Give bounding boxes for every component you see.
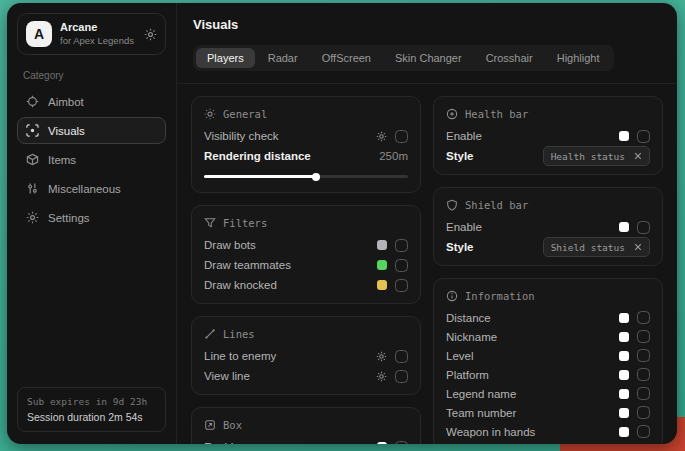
sidebar: A Arcane for Apex Legends Category <box>7 3 177 444</box>
funnel-icon <box>204 217 216 229</box>
right-column: Health bar Enable Style H <box>433 96 663 444</box>
subscription-status-card: Sub expires in 9d 23h Session duration 2… <box>17 387 166 432</box>
left-column: General Visibility check <box>191 96 421 444</box>
scan-eye-icon <box>26 124 39 137</box>
shield-enable-checkbox[interactable] <box>637 221 650 234</box>
color-swatch[interactable] <box>619 389 629 399</box>
tab-highlight[interactable]: Highlight <box>546 48 611 68</box>
color-swatch[interactable] <box>377 280 387 290</box>
tab-skin-changer[interactable]: Skin Changer <box>384 48 473 68</box>
tab-offscreen[interactable]: OffScreen <box>311 48 382 68</box>
level-checkbox[interactable] <box>637 349 650 362</box>
gear-icon[interactable] <box>376 351 387 362</box>
gear-icon[interactable] <box>376 371 387 382</box>
gear-icon[interactable] <box>376 131 387 142</box>
tab-crosshair[interactable]: Crosshair <box>475 48 544 68</box>
slider-thumb[interactable] <box>312 173 320 181</box>
sidebar-item-label: Settings <box>48 212 90 224</box>
sliders-icon <box>26 182 39 195</box>
color-swatch[interactable] <box>619 332 629 342</box>
color-swatch[interactable] <box>619 427 629 437</box>
panel-title: General <box>223 108 267 120</box>
sidebar-item-items[interactable]: Items <box>17 146 166 173</box>
setting-row-rendering-distance: Rendering distance 250m <box>204 146 408 166</box>
setting-row-weapon-in-hands: Weapon in hands <box>446 422 650 441</box>
sidebar-item-settings[interactable]: Settings <box>17 204 166 231</box>
view-line-checkbox[interactable] <box>395 370 408 383</box>
platform-checkbox[interactable] <box>637 368 650 381</box>
box-select-icon <box>204 419 216 431</box>
tab-players[interactable]: Players <box>196 48 255 68</box>
gear-icon <box>26 211 39 224</box>
box-enable-checkbox[interactable] <box>395 441 408 445</box>
legend-name-checkbox[interactable] <box>637 387 650 400</box>
setting-row-team-number: Team number <box>446 403 650 422</box>
color-swatch[interactable] <box>619 313 629 323</box>
draw-knocked-checkbox[interactable] <box>395 279 408 292</box>
sidebar-item-label: Items <box>48 154 76 166</box>
setting-row-draw-teammates: Draw teammates <box>204 255 408 275</box>
sidebar-item-miscellaneous[interactable]: Miscellaneous <box>17 175 166 202</box>
circle-plus-icon <box>446 108 458 120</box>
panel-filters: Filters Draw bots Draw teammates <box>191 205 421 304</box>
package-icon <box>26 153 39 166</box>
line-to-enemy-checkbox[interactable] <box>395 350 408 363</box>
tab-bar: Players Radar OffScreen Skin Changer Cro… <box>193 45 614 71</box>
app-title: Arcane <box>60 21 134 35</box>
team-number-checkbox[interactable] <box>637 406 650 419</box>
sidebar-item-aimbot[interactable]: Aimbot <box>17 88 166 115</box>
line-icon <box>204 328 216 340</box>
setting-row-level: Level <box>446 346 650 365</box>
panel-lines: Lines Line to enemy <box>191 316 421 395</box>
color-swatch[interactable] <box>377 260 387 270</box>
setting-row-distance: Distance <box>446 308 650 327</box>
color-swatch[interactable] <box>619 351 629 361</box>
gear-icon[interactable] <box>144 28 157 41</box>
logo-card: A Arcane for Apex Legends <box>17 13 166 55</box>
weapon-in-hands-checkbox[interactable] <box>637 425 650 438</box>
color-swatch[interactable] <box>619 222 629 232</box>
color-swatch[interactable] <box>377 442 387 444</box>
visibility-check-checkbox[interactable] <box>395 130 408 143</box>
panel-shield-bar: Shield bar Enable Style S <box>433 187 663 266</box>
setting-row-view-line: View line <box>204 366 408 386</box>
health-style-select[interactable]: Health status <box>543 146 650 166</box>
sidebar-item-visuals[interactable]: Visuals <box>17 117 166 144</box>
panel-health-bar: Health bar Enable Style H <box>433 96 663 175</box>
draw-teammates-checkbox[interactable] <box>395 259 408 272</box>
app-logo: A <box>26 21 52 47</box>
desktop-background: A Arcane for Apex Legends Category <box>0 0 685 451</box>
setting-row-shield-enable: Enable <box>446 217 650 237</box>
setting-row-health-enable: Enable <box>446 126 650 146</box>
panel-title: Box <box>223 419 242 431</box>
setting-row-visibility-check: Visibility check <box>204 126 408 146</box>
content-area: General Visibility check <box>177 84 677 444</box>
nickname-checkbox[interactable] <box>637 330 650 343</box>
color-swatch[interactable] <box>619 370 629 380</box>
main-area: Visuals Players Radar OffScreen Skin Cha… <box>177 3 677 444</box>
color-swatch[interactable] <box>619 131 629 141</box>
close-icon[interactable] <box>634 152 642 160</box>
color-swatch[interactable] <box>377 240 387 250</box>
setting-row-platform: Platform <box>446 365 650 384</box>
distance-checkbox[interactable] <box>637 311 650 324</box>
close-icon[interactable] <box>634 243 642 251</box>
app-window: A Arcane for Apex Legends Category <box>7 3 677 444</box>
setting-row-draw-knocked: Draw knocked <box>204 275 408 295</box>
tab-radar[interactable]: Radar <box>257 48 309 68</box>
draw-bots-checkbox[interactable] <box>395 239 408 252</box>
color-swatch[interactable] <box>619 408 629 418</box>
main-header: Visuals Players Radar OffScreen Skin Cha… <box>177 3 677 84</box>
setting-row-legend-name: Legend name <box>446 384 650 403</box>
setting-row-nickname: Nickname <box>446 327 650 346</box>
shield-style-select[interactable]: Shield status <box>543 237 650 257</box>
rendering-distance-slider[interactable] <box>204 170 408 182</box>
health-enable-checkbox[interactable] <box>637 130 650 143</box>
rendering-distance-value: 250m <box>379 150 408 162</box>
crosshair-icon <box>26 95 39 108</box>
setting-row-box-enable: Enable <box>204 437 408 444</box>
sidebar-item-label: Visuals <box>48 125 85 137</box>
panel-title: Filters <box>223 217 267 229</box>
category-label: Category <box>23 70 160 81</box>
sun-icon <box>204 108 216 120</box>
